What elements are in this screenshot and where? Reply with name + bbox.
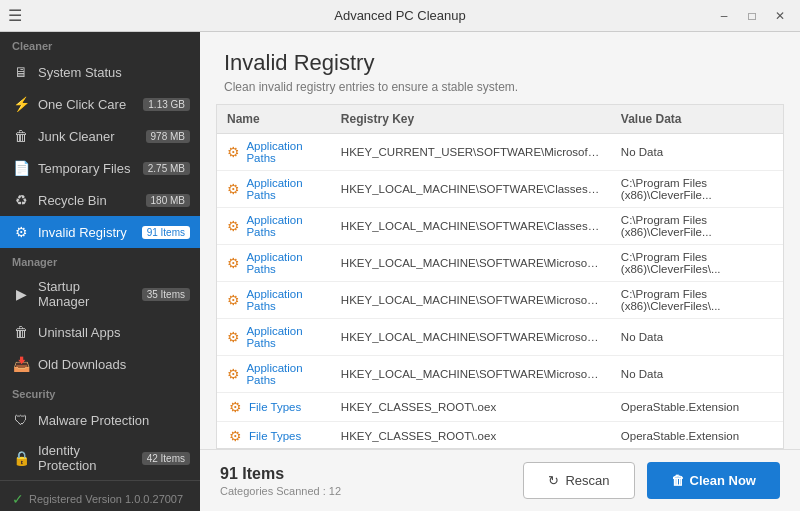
row-name: File Types [249, 430, 301, 442]
table-row: ⚙ Application Paths HKEY_LOCAL_MACHINE\S… [217, 319, 783, 356]
row-value-data: C:\Program Files (x86)\CleverFiles\... [611, 282, 783, 319]
row-registry-key: HKEY_LOCAL_MACHINE\SOFTWARE\Classes\Appl… [331, 208, 611, 245]
rescan-icon: ↻ [548, 473, 559, 488]
rescan-button[interactable]: ↻ Rescan [523, 462, 634, 499]
app-title: Advanced PC Cleanup [334, 8, 466, 23]
sidebar-footer: ✓ Registered Version 1.0.0.27007 Check f… [0, 480, 200, 511]
row-value-data: C:\Program Files (x86)\CleverFiles\... [611, 245, 783, 282]
registry-row-icon: ⚙ [227, 366, 240, 382]
row-name: Application Paths [246, 214, 320, 238]
sidebar-item-system-status[interactable]: 🖥 System Status [0, 56, 200, 88]
maximize-button[interactable]: □ [740, 6, 764, 26]
recycle-icon: ♻ [12, 191, 30, 209]
sidebar-item-recycle-bin[interactable]: ♻ Recycle Bin 180 MB [0, 184, 200, 216]
table-row: ⚙ Application Paths HKEY_CURRENT_USER\SO… [217, 134, 783, 171]
sidebar-label-invalid-registry: Invalid Registry [38, 225, 134, 240]
sidebar-label-junk-cleaner: Junk Cleaner [38, 129, 138, 144]
content-footer: 91 Items Categories Scanned : 12 ↻ Resca… [200, 449, 800, 511]
sidebar-item-malware-protection[interactable]: 🛡 Malware Protection [0, 404, 200, 436]
shield-icon: 🛡 [12, 411, 30, 429]
lock-icon: 🔒 [12, 449, 30, 467]
col-value-data: Value Data [611, 105, 783, 134]
col-registry-key: Registry Key [331, 105, 611, 134]
row-name: File Types [249, 401, 301, 413]
registered-text: Registered Version 1.0.0.27007 [29, 493, 183, 505]
col-name: Name [217, 105, 331, 134]
row-registry-key: HKEY_CLASSES_ROOT\.oex [331, 422, 611, 450]
sidebar-item-identity-protection[interactable]: 🔒 Identity Protection 42 Items [0, 436, 200, 480]
close-button[interactable]: ✕ [768, 6, 792, 26]
rescan-label: Rescan [565, 473, 609, 488]
table-row: ⚙ Application Paths HKEY_LOCAL_MACHINE\S… [217, 208, 783, 245]
table-row: ⚙ Application Paths HKEY_LOCAL_MACHINE\S… [217, 245, 783, 282]
sidebar-item-one-click-care[interactable]: ⚡ One Click Care 1.13 GB [0, 88, 200, 120]
title-bar-left: ☰ [8, 6, 22, 25]
page-subtitle: Clean invalid registry entries to ensure… [224, 80, 776, 94]
content-header: Invalid Registry Clean invalid registry … [200, 32, 800, 104]
row-name: Application Paths [246, 177, 320, 201]
security-section-label: Security [0, 380, 200, 404]
app-body: Cleaner 🖥 System Status ⚡ One Click Care… [0, 32, 800, 511]
row-name: Application Paths [246, 288, 320, 312]
sidebar-label-one-click-care: One Click Care [38, 97, 135, 112]
table-row: ⚙ File Types HKEY_CLASSES_ROOT\.oex Oper… [217, 422, 783, 450]
registry-row-icon: ⚙ [227, 218, 240, 234]
invalid-registry-badge: 91 Items [142, 226, 190, 239]
row-name-cell: ⚙ Application Paths [217, 282, 331, 319]
sidebar-item-temporary-files[interactable]: 📄 Temporary Files 2.75 MB [0, 152, 200, 184]
row-name: Application Paths [246, 362, 320, 386]
row-name-cell: ⚙ Application Paths [217, 319, 331, 356]
items-count: 91 Items [220, 465, 341, 483]
temporary-files-badge: 2.75 MB [143, 162, 190, 175]
row-registry-key: HKEY_LOCAL_MACHINE\SOFTWARE\Microsoft\Wi… [331, 319, 611, 356]
row-registry-key: HKEY_LOCAL_MACHINE\SOFTWARE\Classes\Appl… [331, 171, 611, 208]
cleaner-section-label: Cleaner [0, 32, 200, 56]
main-content: Invalid Registry Clean invalid registry … [200, 32, 800, 511]
row-value-data: No Data [611, 319, 783, 356]
row-name-cell: ⚙ File Types [217, 393, 331, 422]
sidebar-label-uninstall-apps: Uninstall Apps [38, 325, 190, 340]
sidebar-item-invalid-registry[interactable]: ⚙ Invalid Registry 91 Items [0, 216, 200, 248]
row-name-cell: ⚙ Application Paths [217, 208, 331, 245]
row-name: Application Paths [246, 325, 320, 349]
row-value-data: OperaStable.Extension [611, 422, 783, 450]
row-registry-key: HKEY_LOCAL_MACHINE\SOFTWARE\Microsoft\Wi… [331, 245, 611, 282]
sidebar-label-old-downloads: Old Downloads [38, 357, 190, 372]
row-value-data: OperaStable.Extension [611, 393, 783, 422]
sidebar-label-startup-manager: Startup Manager [38, 279, 134, 309]
row-name-cell: ⚙ File Types [217, 422, 331, 450]
row-name: Application Paths [246, 140, 320, 164]
row-name-cell: ⚙ Application Paths [217, 245, 331, 282]
page-title: Invalid Registry [224, 50, 776, 76]
junk-cleaner-badge: 978 MB [146, 130, 190, 143]
clean-label: Clean Now [690, 473, 756, 488]
registry-row-icon: ⚙ [227, 181, 240, 197]
table-body: ⚙ Application Paths HKEY_CURRENT_USER\SO… [217, 134, 783, 450]
row-value-data: No Data [611, 134, 783, 171]
download-icon: 📥 [12, 355, 30, 373]
title-bar: ☰ Advanced PC Cleanup – □ ✕ [0, 0, 800, 32]
registry-row-icon: ⚙ [227, 399, 243, 415]
sidebar-item-uninstall-apps[interactable]: 🗑 Uninstall Apps [0, 316, 200, 348]
table-row: ⚙ File Types HKEY_CLASSES_ROOT\.oex Oper… [217, 393, 783, 422]
play-icon: ▶ [12, 285, 30, 303]
sidebar-item-old-downloads[interactable]: 📥 Old Downloads [0, 348, 200, 380]
registry-row-icon: ⚙ [227, 255, 240, 271]
trash-icon: 🗑 [12, 127, 30, 145]
registry-row-icon: ⚙ [227, 144, 240, 160]
table-header-row: Name Registry Key Value Data [217, 105, 783, 134]
sidebar-item-junk-cleaner[interactable]: 🗑 Junk Cleaner 978 MB [0, 120, 200, 152]
clean-now-button[interactable]: 🗑 Clean Now [647, 462, 780, 499]
registry-row-icon: ⚙ [227, 428, 243, 444]
uninstall-icon: 🗑 [12, 323, 30, 341]
row-registry-key: HKEY_CLASSES_ROOT\.oex [331, 393, 611, 422]
one-click-care-badge: 1.13 GB [143, 98, 190, 111]
sidebar-label-identity-protection: Identity Protection [38, 443, 134, 473]
sidebar-item-startup-manager[interactable]: ▶ Startup Manager 35 Items [0, 272, 200, 316]
hamburger-icon[interactable]: ☰ [8, 6, 22, 25]
registry-row-icon: ⚙ [227, 292, 240, 308]
manager-section-label: Manager [0, 248, 200, 272]
minimize-button[interactable]: – [712, 6, 736, 26]
window-controls: – □ ✕ [712, 6, 792, 26]
row-name-cell: ⚙ Application Paths [217, 171, 331, 208]
